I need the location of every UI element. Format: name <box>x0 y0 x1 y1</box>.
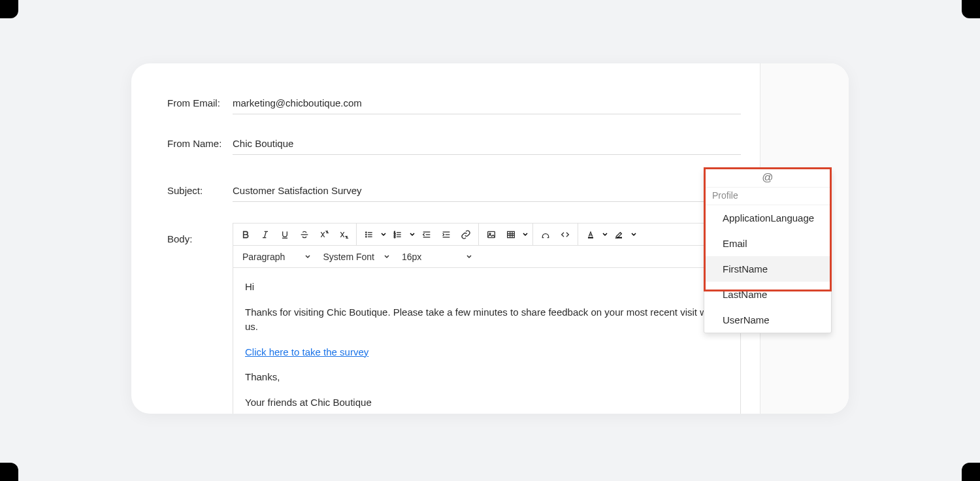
bold-button[interactable] <box>236 224 255 245</box>
from-email-input[interactable] <box>233 95 741 114</box>
code-button[interactable] <box>555 224 575 245</box>
rich-text-editor: 123 <box>233 223 741 414</box>
unordered-list-button[interactable] <box>359 224 379 245</box>
at-icon: @ <box>704 169 831 187</box>
dropdown-item-firstname[interactable]: FirstName <box>704 256 831 282</box>
subject-row: Subject: <box>167 176 760 202</box>
text-color-dropdown[interactable] <box>600 231 610 238</box>
link-button[interactable] <box>456 224 476 245</box>
corner-tl <box>0 0 18 18</box>
subject-input[interactable] <box>233 176 741 202</box>
font-family-value: System Font <box>323 252 374 262</box>
toolbar-row-1: 123 <box>233 224 740 246</box>
toolbar-row-2: Paragraph System Font 16px <box>233 246 740 268</box>
corner-br <box>962 463 980 481</box>
svg-rect-23 <box>488 231 495 237</box>
body-line-4: Your friends at Chic Boutique <box>245 395 728 410</box>
table-dropdown[interactable] <box>521 231 530 238</box>
from-name-input[interactable] <box>233 135 741 155</box>
highlight-button[interactable] <box>610 224 629 245</box>
ordered-list-button[interactable]: 123 <box>388 224 408 245</box>
from-email-row: From Email: <box>167 95 760 114</box>
svg-point-5 <box>366 232 367 233</box>
font-family-dropdown[interactable]: System Font <box>316 246 395 267</box>
ordered-list-dropdown[interactable] <box>408 231 417 238</box>
body-label: Body: <box>167 223 233 244</box>
from-email-label: From Email: <box>167 97 233 108</box>
subject-label: Subject: <box>167 185 233 196</box>
svg-line-0 <box>265 231 267 237</box>
main-form: From Email: From Name: Subject: Body: <box>131 63 760 414</box>
indent-button[interactable] <box>436 224 456 245</box>
font-size-value: 16px <box>402 252 421 262</box>
dropdown-item-username[interactable]: UserName <box>704 307 831 333</box>
corner-bl <box>0 463 18 481</box>
dropdown-section-label: Profile <box>704 187 831 205</box>
svg-rect-25 <box>508 231 515 237</box>
survey-link[interactable]: Click here to take the survey <box>245 346 368 357</box>
unordered-list-dropdown[interactable] <box>379 231 388 238</box>
strikethrough-button[interactable] <box>295 224 314 245</box>
from-name-label: From Name: <box>167 138 233 149</box>
svg-text:3: 3 <box>394 235 396 238</box>
text-color-button[interactable] <box>581 224 600 245</box>
underline-button[interactable] <box>275 224 295 245</box>
font-size-dropdown[interactable]: 16px <box>395 246 478 267</box>
dropdown-item-applicationlanguage[interactable]: ApplicationLanguage <box>704 205 831 231</box>
paragraph-style-value: Paragraph <box>242 252 285 262</box>
body-row: Body: <box>167 223 760 414</box>
outdent-button[interactable] <box>417 224 436 245</box>
body-line-2: Thanks for visiting Chic Boutique. Pleas… <box>245 305 728 335</box>
from-name-row: From Name: <box>167 135 760 155</box>
italic-button[interactable] <box>255 224 275 245</box>
paragraph-style-dropdown[interactable]: Paragraph <box>236 246 316 267</box>
chevron-down-icon <box>384 252 390 262</box>
body-line-3: Thanks, <box>245 370 728 385</box>
superscript-button[interactable] <box>314 224 334 245</box>
body-line-1: Hi <box>245 280 728 295</box>
dropdown-item-email[interactable]: Email <box>704 231 831 256</box>
table-button[interactable] <box>501 224 521 245</box>
subscript-button[interactable] <box>334 224 353 245</box>
merge-field-dropdown: @ Profile ApplicationLanguage Email Firs… <box>704 168 832 333</box>
chevron-down-icon <box>304 252 311 262</box>
svg-point-6 <box>366 234 367 235</box>
editor-content[interactable]: Hi Thanks for visiting Chic Boutique. Pl… <box>233 268 740 414</box>
chevron-down-icon <box>466 252 472 262</box>
dropdown-item-lastname[interactable]: LastName <box>704 282 831 307</box>
image-button[interactable] <box>482 224 501 245</box>
highlight-dropdown[interactable] <box>629 231 638 238</box>
svg-point-7 <box>366 236 367 237</box>
special-char-button[interactable] <box>536 224 555 245</box>
corner-tr <box>962 0 980 18</box>
